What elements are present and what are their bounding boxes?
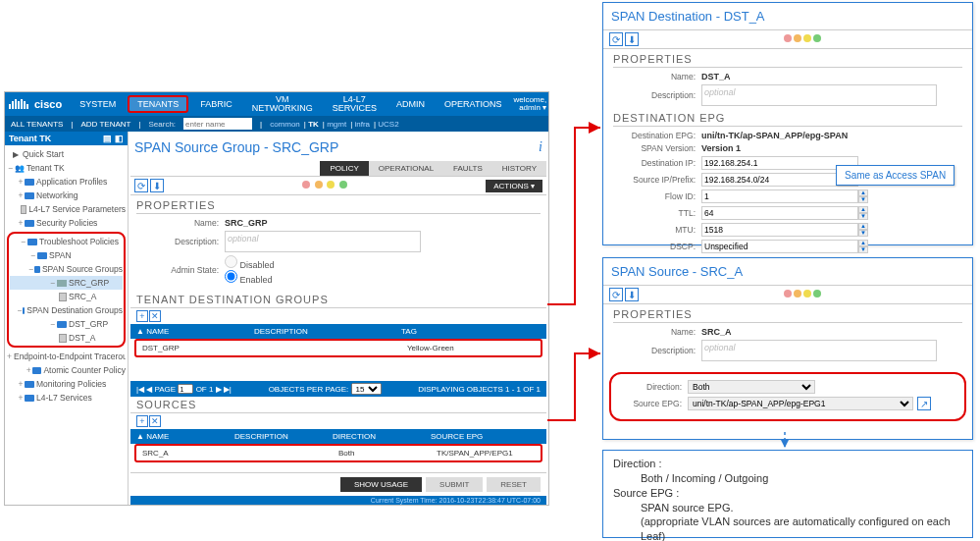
tree-span-dest-groups[interactable]: −SPAN Destination Groups (10, 303, 123, 317)
fault-major-icon (315, 181, 323, 189)
tree-monitoring[interactable]: +Monitoring Policies (7, 377, 126, 391)
th-name[interactable]: ▲ NAME (136, 327, 254, 336)
tree-troubleshoot[interactable]: −Troubleshoot Policies (10, 235, 123, 248)
tdg-tools: + ✕ (130, 308, 546, 324)
content-tabs: POLICY OPERATIONAL FAULTS HISTORY (130, 161, 546, 176)
submit-button[interactable]: SUBMIT (426, 477, 483, 492)
source-epg-select[interactable]: uni/tn-TK/ap-SPAN_APP/epg-EPG1 (688, 397, 913, 410)
welcome-label[interactable]: welcome,admin ▾ (513, 96, 546, 112)
tree-quick-start[interactable]: ▶Quick Start (7, 147, 126, 161)
download-icon[interactable]: ⬇ (150, 179, 164, 192)
top-nav: cisco SYSTEM TENANTS FABRIC VMNETWORKING… (5, 92, 548, 116)
pager-mid[interactable]: OBJECTS PER PAGE: 15 (269, 383, 382, 395)
tab-policy[interactable]: POLICY (320, 161, 368, 176)
spin-down-icon: ▼ (858, 196, 868, 203)
tree-l4l7-services[interactable]: +L4-L7 Services (7, 391, 126, 405)
th-desc[interactable]: DESCRIPTION (254, 327, 401, 336)
admin-state-radio[interactable]: Disabled Enabled (225, 255, 275, 285)
callout-same-as-access: Same as Access SPAN (836, 165, 954, 186)
tree-security[interactable]: +Security Policies (7, 216, 126, 230)
nav-tree: ▶Quick Start −👥Tenant TK +Application Pr… (5, 145, 128, 406)
info-icon[interactable]: i (539, 139, 542, 155)
tab-history[interactable]: HISTORY (492, 161, 546, 176)
nav-admin[interactable]: ADMIN (388, 95, 433, 113)
nav-system[interactable]: SYSTEM (72, 95, 124, 113)
reset-button[interactable]: RESET (487, 477, 541, 492)
fault-critical-icon (302, 181, 310, 189)
refresh-icon[interactable]: ⟳ (609, 288, 623, 301)
sources-heading: SOURCES (130, 397, 546, 413)
sh-dir[interactable]: DIRECTION (333, 432, 431, 441)
tree-src-grp[interactable]: −SRC_GRP (10, 276, 123, 290)
tree-dst-grp[interactable]: −DST_GRP (10, 317, 123, 331)
tree-atomic-counter[interactable]: +Atomic Counter Policy (7, 363, 126, 377)
add-tenant-link[interactable]: ADD TENANT (80, 120, 130, 129)
span-destination-panel: SPAN Destination - DST_A ⟳ ⬇ PROPERTIES … (602, 2, 973, 245)
open-epg-icon[interactable]: ↗ (917, 397, 931, 410)
tdg-table-header: ▲ NAME DESCRIPTION TAG (130, 324, 546, 339)
properties-heading: PROPERTIES (136, 199, 541, 214)
name-value: SRC_GRP (225, 218, 268, 228)
nav-vm-networking[interactable]: VMNETWORKING (244, 91, 321, 117)
flow-id-input[interactable]: ▲▼ (701, 189, 868, 203)
actions-button[interactable]: ACTIONS ▾ (486, 180, 542, 192)
search-input[interactable] (183, 118, 252, 130)
th-tag[interactable]: TAG (401, 327, 541, 336)
tree-span-group-highlight: −Troubleshoot Policies −SPAN −SPAN Sourc… (7, 232, 126, 348)
tdg-row-highlight: DST_GRP Yellow-Green (134, 339, 542, 357)
sh-epg[interactable]: SOURCE EPG (431, 432, 541, 441)
sub-nav: ALL TENANTS | ADD TENANT | Search: | com… (5, 116, 548, 132)
apic-window: cisco SYSTEM TENANTS FABRIC VMNETWORKING… (4, 91, 549, 506)
tree-tenant[interactable]: −👥Tenant TK (7, 161, 126, 175)
pager-right: DISPLAYING OBJECTS 1 - 1 OF 1 (418, 385, 541, 394)
tree-span-source-groups[interactable]: −SPAN Source Groups (10, 262, 123, 276)
remove-icon[interactable]: ✕ (149, 415, 161, 427)
nav-sidebar: Tenant TK ▤ ◧ ▶Quick Start −👥Tenant TK +… (5, 132, 129, 505)
tree-e2e-traceroute[interactable]: +Endpoint-to-Endpoint Traceroute Pol... (7, 350, 126, 363)
add-icon[interactable]: + (136, 415, 148, 427)
tab-faults[interactable]: FAULTS (443, 161, 492, 176)
src-properties-heading: PROPERTIES (613, 308, 962, 323)
ttl-input[interactable]: ▲▼ (701, 206, 868, 220)
sidebar-title: Tenant TK ▤ ◧ (5, 132, 128, 145)
tree-src-a[interactable]: SRC_A (10, 290, 123, 303)
destination-ip-input[interactable] (701, 156, 858, 170)
nav-operations[interactable]: OPERATIONS (437, 95, 509, 113)
mtu-input[interactable]: ▲▼ (701, 223, 868, 237)
dscp-select[interactable]: ▲▼ (701, 240, 868, 253)
toolbar: ⟳ ⬇ ACTIONS ▾ (130, 176, 546, 195)
download-icon[interactable]: ⬇ (625, 288, 639, 301)
nav-tenants[interactable]: TENANTS (128, 95, 188, 113)
fault-minor-icon (327, 181, 335, 189)
sh-name[interactable]: ▲ NAME (136, 432, 234, 441)
tree-app-profiles[interactable]: +Application Profiles (7, 175, 126, 189)
status-dots (301, 181, 348, 190)
sh-desc[interactable]: DESCRIPTION (234, 432, 333, 441)
pager-left[interactable]: |◀ ◀ PAGE OF 1 ▶ ▶| (136, 384, 232, 394)
src-desc-input[interactable]: optional (701, 340, 937, 361)
all-tenants-link[interactable]: ALL TENANTS (11, 120, 63, 129)
direction-select[interactable]: Both (688, 380, 815, 394)
sidebar-tools-icon[interactable]: ▤ ◧ (103, 134, 124, 143)
remove-icon[interactable]: ✕ (149, 310, 161, 322)
source-row[interactable]: SRC_A Both TK/SPAN_APP/EPG1 (136, 446, 541, 460)
tree-l4l7-params[interactable]: L4-L7 Service Parameters (7, 202, 126, 216)
add-icon[interactable]: + (136, 310, 148, 322)
page-title-row: SPAN Source Group - SRC_GRP i (130, 134, 546, 161)
tdg-row[interactable]: DST_GRP Yellow-Green (136, 341, 541, 355)
nav-fabric[interactable]: FABRIC (192, 95, 240, 113)
refresh-icon[interactable]: ⟳ (609, 32, 623, 46)
search-label: Search: (148, 120, 176, 129)
download-icon[interactable]: ⬇ (625, 32, 639, 46)
show-usage-button[interactable]: SHOW USAGE (340, 477, 422, 492)
tab-operational[interactable]: OPERATIONAL (369, 161, 443, 176)
nav-l4l7-services[interactable]: L4-L7SERVICES (325, 91, 385, 117)
tree-span[interactable]: −SPAN (10, 248, 123, 262)
dest-desc-input[interactable]: optional (701, 84, 937, 106)
desc-input[interactable]: optional (225, 231, 421, 252)
status-dots (783, 34, 822, 44)
tree-dst-a[interactable]: DST_A (10, 331, 123, 345)
source-ip-input[interactable] (701, 173, 858, 187)
refresh-icon[interactable]: ⟳ (134, 179, 148, 192)
tree-networking[interactable]: +Networking (7, 189, 126, 202)
